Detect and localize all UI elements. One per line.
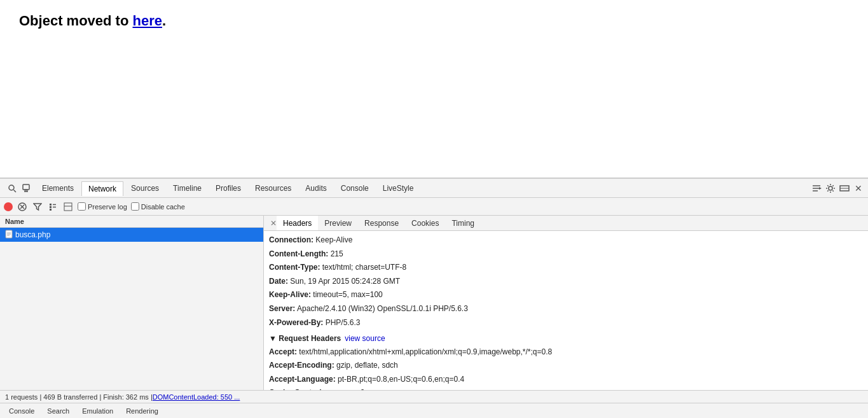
search-icon[interactable] — [6, 183, 18, 194]
settings-icon[interactable] — [825, 183, 836, 194]
tab-network[interactable]: Network — [81, 181, 123, 196]
response-header-row: X-Powered-By: PHP/5.6.3 — [269, 316, 863, 330]
disable-cache-checkbox[interactable]: Disable cache — [131, 202, 185, 211]
svg-point-0 — [9, 185, 14, 190]
tab-timeline[interactable]: Timeline — [167, 181, 208, 195]
bottom-tab-console[interactable]: Console — [4, 406, 39, 416]
headers-content[interactable]: Connection: Keep-AliveContent-Length: 21… — [264, 231, 868, 390]
clear-icon[interactable] — [17, 201, 28, 212]
request-header-row: Accept: text/html,application/xhtml+xml,… — [269, 345, 863, 359]
request-headers-label: ▼ Request Headers view source — [269, 332, 863, 345]
request-header-row: Accept-Language: pt-BR,pt;q=0.8,en-US;q=… — [269, 373, 863, 387]
dock-icon[interactable] — [839, 183, 850, 194]
response-header-row: Date: Sun, 19 Apr 2015 05:24:28 GMT — [269, 275, 863, 289]
request-header-row: Accept-Encoding: gzip, deflate, sdch — [269, 359, 863, 373]
svg-rect-2 — [23, 185, 29, 190]
tab-headers[interactable]: Headers — [277, 216, 318, 230]
tab-cookies[interactable]: Cookies — [405, 216, 445, 230]
tab-elements[interactable]: Elements — [36, 181, 80, 195]
bottom-tab-search[interactable]: Search — [42, 406, 74, 416]
response-header-row: Content-Length: 215 — [269, 247, 863, 261]
status-bar: 1 requests | 469 B transferred | Finish:… — [0, 390, 868, 403]
php-file-icon — [5, 230, 13, 240]
tab-timing[interactable]: Timing — [445, 216, 481, 230]
response-headers-section: Connection: Keep-AliveContent-Length: 21… — [269, 233, 863, 330]
record-button[interactable] — [4, 202, 13, 211]
network-content: Name busca.php ✕ Headers Preview Respons… — [0, 216, 868, 390]
request-list-header: Name — [0, 216, 263, 228]
request-list: Name busca.php — [0, 216, 264, 390]
domcontentloaded-link[interactable]: DOMContentLoaded: 550 ... — [153, 393, 240, 401]
request-name: busca.php — [15, 230, 50, 239]
here-link[interactable]: here — [132, 13, 162, 29]
device-icon[interactable] — [20, 183, 32, 194]
list-view-icon[interactable] — [47, 201, 59, 212]
svg-point-9 — [829, 186, 832, 190]
devtools-panel: Elements Network Sources Timeline Profil… — [0, 178, 868, 418]
devtools-toolbar: Elements Network Sources Timeline Profil… — [0, 179, 868, 198]
response-header-row: Server: Apache/2.4.10 (Win32) OpenSSL/1.… — [269, 302, 863, 316]
close-devtools-icon[interactable]: ✕ — [853, 183, 864, 194]
page-content: Object moved to here. — [0, 0, 868, 178]
tab-sources[interactable]: Sources — [125, 181, 165, 195]
headers-tabs: ✕ Headers Preview Response Cookies Timin… — [264, 216, 868, 231]
preserve-log-checkbox[interactable]: Preserve log — [78, 202, 127, 211]
headers-panel: ✕ Headers Preview Response Cookies Timin… — [264, 216, 868, 390]
svg-rect-15 — [50, 204, 52, 206]
toolbar-right: ✕ — [811, 183, 864, 194]
svg-rect-3 — [25, 190, 27, 191]
response-header-row: Connection: Keep-Alive — [269, 233, 863, 247]
view-source-link[interactable]: view source — [345, 332, 385, 345]
page-title: Object moved to here. — [19, 13, 849, 29]
svg-marker-8 — [819, 187, 822, 190]
bottom-tabs: Console Search Emulation Rendering — [0, 403, 868, 418]
request-list-items: busca.php — [0, 228, 263, 390]
bottom-tab-rendering[interactable]: Rendering — [121, 406, 163, 416]
section-arrow: ▼ Request Headers — [269, 332, 341, 345]
request-item[interactable]: busca.php — [0, 228, 263, 242]
svg-rect-17 — [50, 206, 52, 208]
request-headers-section: ▼ Request Headers view sourceAccept: tex… — [269, 332, 863, 390]
bottom-tab-emulation[interactable]: Emulation — [77, 406, 118, 416]
tab-console[interactable]: Console — [334, 181, 375, 195]
expand-icon[interactable] — [62, 201, 74, 212]
tab-livestyle[interactable]: LiveStyle — [376, 181, 420, 195]
tab-preview[interactable]: Preview — [318, 216, 358, 230]
svg-rect-20 — [64, 203, 72, 211]
svg-line-1 — [14, 190, 17, 192]
run-icon[interactable] — [811, 183, 822, 194]
tab-profiles[interactable]: Profiles — [209, 181, 247, 195]
response-header-row: Keep-Alive: timeout=5, max=100 — [269, 288, 863, 302]
tab-response[interactable]: Response — [358, 216, 405, 230]
tab-audits[interactable]: Audits — [299, 181, 333, 195]
tab-resources[interactable]: Resources — [249, 181, 298, 195]
response-header-row: Content-Type: text/html; charset=UTF-8 — [269, 261, 863, 275]
toolbar-icons — [4, 183, 34, 194]
filter-icon[interactable] — [32, 201, 43, 212]
close-panel-button[interactable]: ✕ — [270, 219, 277, 228]
network-toolbar: Preserve log Disable cache — [0, 198, 868, 216]
svg-rect-19 — [50, 209, 52, 211]
